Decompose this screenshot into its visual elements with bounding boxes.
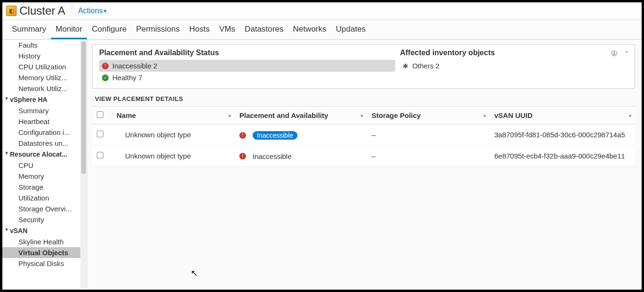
sidebar: Faults History CPU Utilization Memory Ut… (2, 40, 87, 288)
filter-icon[interactable]: ▾ (629, 113, 631, 118)
tab-configure[interactable]: Configure (87, 20, 131, 39)
sidebar-item-physical-disks[interactable]: Physical Disks (2, 258, 87, 269)
sidebar-item-utilization[interactable]: Utilization (2, 192, 87, 203)
sidebar-item-storage-overview[interactable]: Storage Overvi... (2, 203, 87, 214)
sidebar-item-memory-utilization[interactable]: Memory Utiliz... (2, 72, 87, 83)
sidebar-item-configuration-issues[interactable]: Configuration i... (2, 127, 87, 138)
status-text: Inaccessible (253, 152, 292, 160)
sidebar-item-network-utilization[interactable]: Network Utiliz... (2, 83, 87, 94)
sidebar-group-vsan[interactable]: ▼ vSAN (2, 225, 87, 236)
sidebar-item-security[interactable]: Security (2, 214, 87, 225)
affected-row-others[interactable]: ✱ Others 2 (400, 60, 628, 72)
cluster-icon: ◧ (6, 6, 17, 16)
page-title: Cluster A (19, 4, 72, 17)
placement-table: Name▾ Placement and Availability▾ Storag… (92, 106, 635, 167)
filter-icon[interactable]: ▾ (361, 113, 363, 118)
chevron-down-icon: ▼ (103, 8, 108, 14)
info-icon[interactable]: 🛈 (611, 50, 618, 57)
row-checkbox[interactable] (97, 131, 103, 137)
sidebar-group-label: vSphere HA (10, 96, 47, 103)
status-panel: 🛈 ⌃ Placement and Availability Status ! … (92, 44, 635, 89)
sidebar-item-heartbeat[interactable]: Heartbeat (2, 116, 87, 127)
check-icon: ✓ (102, 75, 109, 81)
tab-summary[interactable]: Summary (7, 20, 51, 39)
column-header-uuid[interactable]: vSAN UUID▾ (490, 107, 635, 125)
column-label: Name (117, 111, 136, 119)
column-header-placement[interactable]: Placement and Availability▾ (235, 107, 367, 125)
sidebar-group-resource-allocation[interactable]: ▼ Resource Alocat... (2, 149, 87, 160)
collapse-icon[interactable]: ⌃ (624, 50, 629, 57)
sidebar-item-cpu[interactable]: CPU (2, 160, 87, 171)
error-icon: ! (239, 132, 246, 139)
panel-title-affected: Affected inventory objects (400, 49, 628, 57)
status-label: Inaccessible 2 (112, 62, 157, 70)
chevron-down-icon: ▼ (4, 150, 9, 156)
panel-title-placement: Placement and Availability Status (99, 49, 395, 57)
row-checkbox[interactable] (97, 152, 103, 159)
sidebar-group-vsphere-ha[interactable]: ▼ vSphere HA (2, 94, 87, 105)
sidebar-item-ha-summary[interactable]: Summary (2, 105, 87, 116)
sidebar-item-history[interactable]: History (2, 50, 87, 61)
asterisk-icon: ✱ (403, 62, 408, 70)
filter-icon[interactable]: ▾ (229, 113, 231, 118)
tab-permissions[interactable]: Permissions (131, 20, 185, 39)
chevron-down-icon: ▼ (4, 227, 9, 232)
column-label: Storage Policy (372, 111, 421, 119)
sidebar-item-memory[interactable]: Memory (2, 171, 87, 182)
cell-name: Unknown object type (112, 125, 235, 146)
status-pill: Inaccessible (253, 131, 297, 140)
section-heading: VIEW PLACEMENT DETAILS (92, 89, 635, 106)
sidebar-item-skyline-health[interactable]: Skyline Health (2, 236, 87, 247)
sidebar-group-label: vSAN (10, 227, 27, 234)
cell-policy: – (367, 125, 490, 146)
status-row-healthy[interactable]: ✓ Healthy 7 (99, 72, 395, 83)
status-label: Healthy 7 (112, 74, 142, 82)
sidebar-group-label: Resource Alocat... (10, 150, 68, 158)
filter-icon[interactable]: ▾ (483, 113, 486, 118)
sidebar-scrollbar[interactable]: ▲ (80, 40, 87, 288)
scroll-thumb[interactable] (81, 42, 86, 174)
column-header-name[interactable]: Name▾ (112, 107, 235, 125)
tab-updates[interactable]: Updates (331, 20, 370, 39)
actions-menu[interactable]: Actions▼ (78, 7, 107, 15)
sidebar-item-virtual-objects[interactable]: Virtual Objects (2, 247, 87, 258)
cell-uuid: 3a87095f-fd81-085d-30c6-000c298714a5 (490, 125, 635, 146)
column-header-policy[interactable]: Storage Policy▾ (367, 107, 490, 125)
status-row-inaccessible[interactable]: ! Inaccessible 2 (99, 60, 395, 72)
column-label: Placement and Availability (239, 111, 328, 119)
tab-monitor[interactable]: Monitor (51, 20, 87, 39)
cell-uuid: 6e87095t-ecb4-f32b-aaa9-000c29e4be11 (490, 145, 635, 166)
sidebar-item-storage[interactable]: Storage (2, 182, 87, 192)
tab-vms[interactable]: VMs (214, 20, 240, 39)
sidebar-item-faults[interactable]: Faults (2, 40, 87, 50)
tab-bar: Summary Monitor Configure Permissions Ho… (2, 20, 642, 40)
tab-datastores[interactable]: Datastores (240, 20, 288, 39)
select-all-checkbox[interactable] (97, 111, 103, 118)
table-row[interactable]: Unknown object type ! Inaccessible – 3a8… (92, 125, 635, 146)
column-label: vSAN UUID (494, 111, 533, 119)
error-icon: ! (102, 63, 109, 69)
table-row[interactable]: Unknown object type ! Inaccessible – 6e8… (92, 145, 635, 166)
chevron-down-icon: ▼ (4, 96, 9, 101)
tab-networks[interactable]: Networks (288, 20, 331, 39)
actions-label: Actions (78, 7, 102, 15)
sidebar-item-datastores-under-apd[interactable]: Datastores un... (2, 138, 87, 149)
affected-label: Others 2 (412, 62, 440, 70)
tab-hosts[interactable]: Hosts (185, 20, 214, 39)
cell-policy: – (367, 145, 490, 166)
error-icon: ! (239, 153, 246, 159)
sidebar-item-cpu-utilization[interactable]: CPU Utilization (2, 61, 87, 72)
cell-name: Unknown object type (112, 145, 235, 166)
